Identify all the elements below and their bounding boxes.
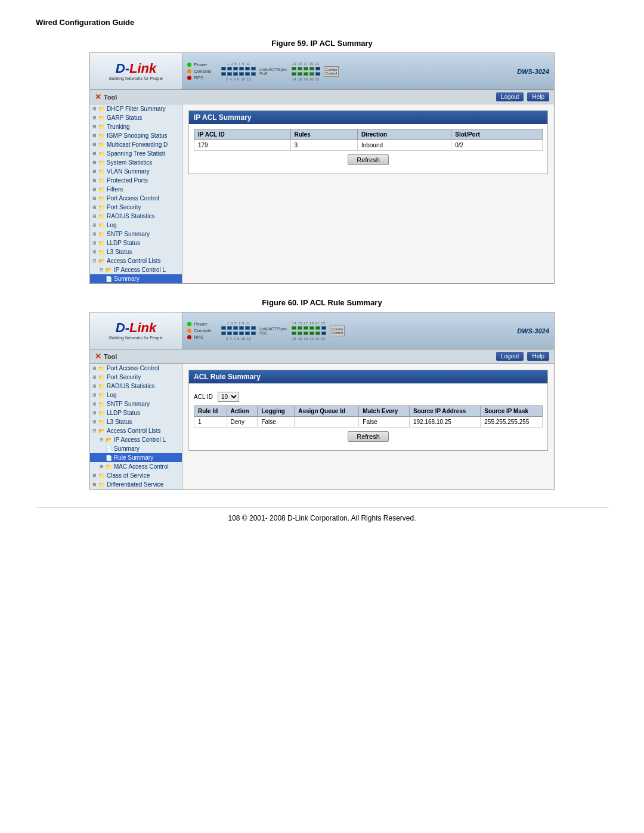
col-action2: Action <box>227 406 258 417</box>
acl-id-select2[interactable]: 10 <box>218 392 239 402</box>
cell-action2: Deny <box>227 417 258 428</box>
sidebar-item-spanning1[interactable]: ⊞ 📁 Spanning Tree Statisti <box>90 149 182 158</box>
port12 <box>251 72 256 76</box>
port9 <box>233 72 238 76</box>
sidebar-item-protected1[interactable]: ⊞ 📁 Protected Ports <box>90 176 182 185</box>
sidebar-item-ipacl1[interactable]: ⊟ 📂 IP Access Control L <box>90 265 182 274</box>
col-direction1: Direction <box>357 129 451 140</box>
sidebar-item-multicast1[interactable]: ⊞ 📁 Multicast Forwarding D <box>90 140 182 149</box>
sidebar-item-log2[interactable]: ⊞ 📁 Log <box>90 391 182 400</box>
help-btn2[interactable]: Help <box>527 352 549 361</box>
sidebar-item-log1[interactable]: ⊞ 📁 Log <box>90 221 182 230</box>
port-green6 <box>298 72 302 76</box>
sidebar-item-maccontrol2[interactable]: ⊞ 📁 MAC Access Control <box>90 462 182 471</box>
dlink-logo1: D-Link <box>116 62 156 75</box>
tool-label1: ✕ Tool <box>95 92 117 101</box>
port4 <box>239 67 244 70</box>
screenshot1: D-Link Building Networks for People Powe… <box>89 52 555 284</box>
sidebar-item-radius1[interactable]: ⊞ 📁 RADIUS Statistics <box>90 212 182 221</box>
col-rules1: Rules <box>290 129 357 140</box>
dlink-logo-area1: D-Link Building Networks for People <box>90 53 182 89</box>
device-model-area2: DWS-3024 <box>517 327 549 335</box>
dlink-header2: D-Link Building Networks for People Powe… <box>90 312 554 349</box>
sidebar-item-sysstat1[interactable]: ⊞ 📁 System Statistics <box>90 158 182 167</box>
col-slot-port1: Slot/Port <box>451 129 543 140</box>
sidebar-item-portaccess2[interactable]: ⊞ 📁 Port Access Control <box>90 364 182 373</box>
port-green5 <box>292 72 296 76</box>
power-row2: Power <box>187 321 211 327</box>
rps-row2: RPS <box>187 335 211 340</box>
refresh-btn1[interactable]: Refresh <box>348 154 389 165</box>
rps-row1: RPS <box>187 75 211 80</box>
acl-rule-table2: Rule Id Action Logging Assign Queue Id M… <box>194 405 543 428</box>
sidebar-item-acl1[interactable]: ⊟ 📂 Access Control Lists <box>90 256 182 265</box>
sidebar-item-l3status1[interactable]: ⊞ 📁 L3 Status <box>90 247 182 256</box>
sidebar-item-summary1[interactable]: 📄 Summary <box>90 274 182 283</box>
cell-slot-port1: 0/2 <box>451 140 543 151</box>
cell-rule-id2: 1 <box>194 417 227 428</box>
sidebar-item-igmp1[interactable]: ⊞ 📁 IGMP Snooping Status <box>90 131 182 140</box>
sidebar-item-diffserv2[interactable]: ⊞ 📁 Differentiated Service <box>90 480 182 489</box>
cell-match-every2: False <box>359 417 410 428</box>
sidebar-item-sntp2[interactable]: ⊞ 📁 SNTP Summary <box>90 400 182 408</box>
table-row1: 179 3 Inbound 0/2 <box>194 140 543 151</box>
toolbar-buttons2: Logout Help <box>496 352 549 361</box>
table-row2: 1 Deny False False 192.168.10.25 255.255… <box>194 417 543 428</box>
sidebar-item-trunking1[interactable]: ⊞ 📁 Trunking <box>90 122 182 131</box>
port3 <box>233 67 238 70</box>
sidebar-item-cos2[interactable]: ⊞ 📁 Class of Service <box>90 471 182 480</box>
acl-summary-table1: IP ACL ID Rules Direction Slot/Port 179 <box>194 129 543 151</box>
dlink-tagline1: Building Networks for People <box>109 76 163 80</box>
port-green8 <box>309 72 314 76</box>
port-diagram1: 1357911 <box>221 62 339 81</box>
logout-btn1[interactable]: Logout <box>496 92 524 101</box>
device-model-area1: DWS-3024 <box>517 68 549 75</box>
port11 <box>245 72 250 76</box>
content-panel2: ACL Rule Summary ACL ID 10 <box>188 370 548 451</box>
port5 <box>245 67 250 70</box>
panel-header1: IP ACL Summary <box>189 111 547 124</box>
sidebar-item-acl2[interactable]: ⊟ 📂 Access Control Lists <box>90 426 182 435</box>
sidebar-item-dhcp1[interactable]: ⊞ 📁 DHCP Filter Summary <box>90 104 182 113</box>
sidebar-item-sntp1[interactable]: ⊞ 📁 SNTP Summary <box>90 230 182 239</box>
dlink-header1: D-Link Building Networks for People Powe… <box>90 53 554 90</box>
device-model2: DWS-3024 <box>517 327 549 335</box>
sidebar-item-radius2[interactable]: ⊞ 📁 RADIUS Statistics <box>90 382 182 391</box>
sidebar-item-portaccess1[interactable]: ⊞ 📁 Port Access Control <box>90 194 182 203</box>
sidebar-item-lldp1[interactable]: ⊞ 📁 LLDP Status <box>90 239 182 247</box>
sidebar-item-filters1[interactable]: ⊞ 📁 Filters <box>90 185 182 194</box>
sidebar-item-summary2[interactable]: 📄 Summary <box>90 444 182 453</box>
page-header-text: Wired Configuration Guide <box>36 18 134 27</box>
console-led2 <box>187 329 191 333</box>
sidebar-item-portsec2[interactable]: ⊞ 📁 Port Security <box>90 373 182 382</box>
acl-id-label2: ACL ID <box>194 394 213 400</box>
device-model1: DWS-3024 <box>517 68 549 75</box>
cell-queue2 <box>295 417 359 428</box>
port-green1 <box>292 67 296 70</box>
tool-label2: ✕ Tool <box>95 352 117 361</box>
sidebar1: ⊞ 📁 DHCP Filter Summary ⊞ 📁 GARP Status … <box>90 104 182 283</box>
power-row1: Power <box>187 62 211 67</box>
sidebar-item-vlan1[interactable]: ⊞ 📁 VLAN Summary <box>90 167 182 176</box>
screenshot2: D-Link Building Networks for People Powe… <box>89 312 555 490</box>
port-diagram2: 1357911 <box>221 321 345 340</box>
dlink-device-area2: Power Console RPS <box>182 312 554 349</box>
sidebar-item-l3status2[interactable]: ⊞ 📁 L3 Status <box>90 417 182 426</box>
logout-btn2[interactable]: Logout <box>496 352 524 361</box>
col-rule-id2: Rule Id <box>194 406 227 417</box>
acl-id-row2: ACL ID 10 <box>194 388 543 405</box>
combo-label2: ComboControl <box>330 326 345 336</box>
help-btn1[interactable]: Help <box>527 92 549 101</box>
console-row1: Console <box>187 69 211 74</box>
dlink-tagline2: Building Networks for People <box>109 336 163 340</box>
rps-led2 <box>187 335 191 339</box>
sidebar-item-ipacl2[interactable]: ⊟ 📂 IP Access Control L <box>90 435 182 444</box>
port2 <box>227 67 232 70</box>
tool-icon1: ✕ <box>95 92 101 101</box>
sidebar-item-lldp2[interactable]: ⊞ 📁 LLDP Status <box>90 408 182 417</box>
sidebar-item-garp1[interactable]: ⊞ 📁 GARP Status <box>90 113 182 122</box>
refresh-btn2[interactable]: Refresh <box>348 431 389 442</box>
sidebar-item-rulesummary2[interactable]: 📄 Rule Summary <box>90 453 182 462</box>
cell-rules1: 3 <box>290 140 357 151</box>
sidebar-item-portsec1[interactable]: ⊞ 📁 Port Security <box>90 203 182 212</box>
